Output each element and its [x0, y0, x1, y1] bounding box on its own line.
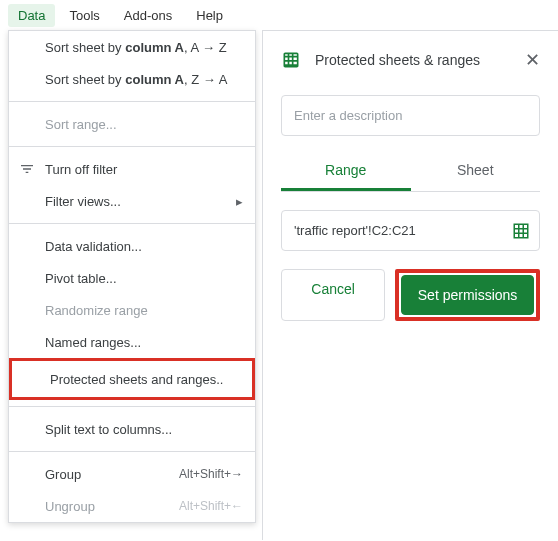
- shortcut-label: Alt+Shift+→: [179, 467, 243, 481]
- named-ranges[interactable]: Named ranges...: [9, 326, 255, 358]
- filter-icon: [19, 161, 35, 177]
- group[interactable]: Group Alt+Shift+→: [9, 458, 255, 490]
- divider: [9, 451, 255, 452]
- filter-views[interactable]: Filter views... ▸: [9, 185, 255, 217]
- data-validation[interactable]: Data validation...: [9, 230, 255, 262]
- range-input-wrap: [281, 210, 540, 251]
- tab-sheet[interactable]: Sheet: [411, 152, 541, 191]
- highlight-protected: Protected sheets and ranges..: [9, 358, 255, 400]
- menu-addons[interactable]: Add-ons: [114, 4, 182, 27]
- tab-range[interactable]: Range: [281, 152, 411, 191]
- sort-range: Sort range...: [9, 108, 255, 140]
- protected-panel: Protected sheets & ranges ✕ Range Sheet …: [262, 30, 558, 540]
- data-dropdown: Sort sheet by column A, A → Z Sort sheet…: [8, 30, 256, 523]
- ungroup: Ungroup Alt+Shift+←: [9, 490, 255, 522]
- button-row: Cancel Set permissions: [281, 269, 540, 321]
- grid-select-icon[interactable]: [512, 222, 530, 240]
- sheets-icon: [281, 50, 301, 70]
- set-permissions-button[interactable]: Set permissions: [401, 275, 534, 315]
- menubar: Data Tools Add-ons Help: [0, 0, 558, 31]
- menu-data[interactable]: Data: [8, 4, 55, 27]
- tabs: Range Sheet: [281, 152, 540, 192]
- shortcut-label: Alt+Shift+←: [179, 499, 243, 513]
- sort-sheet-az[interactable]: Sort sheet by column A, A → Z: [9, 31, 255, 63]
- divider: [9, 146, 255, 147]
- split-text[interactable]: Split text to columns...: [9, 413, 255, 445]
- cancel-button[interactable]: Cancel: [281, 269, 385, 321]
- panel-header: Protected sheets & ranges ✕: [281, 49, 540, 71]
- highlight-set-permissions: Set permissions: [395, 269, 540, 321]
- divider: [9, 101, 255, 102]
- turn-off-filter[interactable]: Turn off filter: [9, 153, 255, 185]
- panel-title: Protected sheets & ranges: [315, 52, 511, 68]
- range-input[interactable]: [281, 210, 540, 251]
- chevron-right-icon: ▸: [236, 194, 243, 209]
- divider: [9, 223, 255, 224]
- randomize-range: Randomize range: [9, 294, 255, 326]
- pivot-table[interactable]: Pivot table...: [9, 262, 255, 294]
- menu-help[interactable]: Help: [186, 4, 233, 27]
- protected-sheets-ranges[interactable]: Protected sheets and ranges..: [14, 363, 250, 395]
- divider: [9, 406, 255, 407]
- svg-rect-0: [514, 224, 528, 238]
- description-input[interactable]: [281, 95, 540, 136]
- close-icon[interactable]: ✕: [525, 49, 540, 71]
- sort-sheet-za[interactable]: Sort sheet by column A, Z → A: [9, 63, 255, 95]
- menu-tools[interactable]: Tools: [59, 4, 109, 27]
